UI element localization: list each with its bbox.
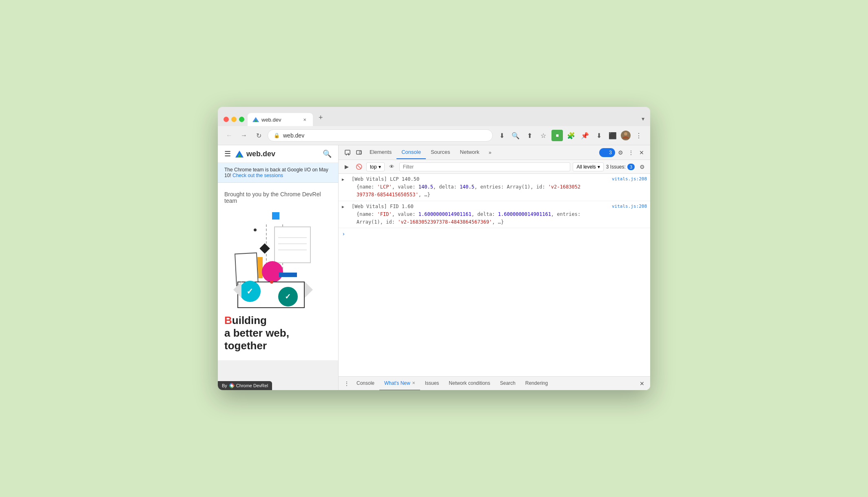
console-tab[interactable]: Console (396, 146, 426, 159)
devtools-tabs: Elements Console Sources Network » 3 ⚙ ⋮… (339, 145, 650, 160)
webpage-body: Brought to you by the Chrome DevRel team (218, 183, 338, 360)
bottom-tabs-menu[interactable]: ⋮ (342, 379, 352, 388)
tab-title: web.dev (261, 117, 299, 123)
log-levels-dropdown[interactable]: All levels ▾ (573, 162, 603, 171)
bottom-tab-issues[interactable]: Issues (420, 377, 444, 390)
svg-point-6 (230, 384, 233, 387)
clear-console-icon[interactable]: 🚫 (354, 162, 364, 172)
svg-point-2 (624, 132, 627, 135)
svg-rect-7 (345, 150, 350, 154)
bottom-tab-console[interactable]: Console (352, 377, 379, 390)
brought-by-text: Brought to you by the Chrome DevRel team (224, 191, 332, 204)
bottom-tab-whats-new[interactable]: What's New ✕ (379, 377, 420, 390)
frame-selector[interactable]: top ▾ (366, 162, 385, 171)
lcp-prefix: [Web Vitals] LCP 140.50 (352, 176, 419, 182)
devtools-more-icon[interactable]: ⋮ (626, 147, 636, 158)
fid-prefix: [Web Vitals] FID 1.60 (352, 204, 414, 209)
console-cursor[interactable]: › (339, 228, 650, 240)
run-icon[interactable]: ▶ (342, 162, 352, 172)
whats-new-close-icon[interactable]: ✕ (412, 381, 415, 385)
inspect-element-icon[interactable] (342, 147, 353, 158)
chevron-down-icon: ▾ (379, 164, 381, 170)
console-entry-fid: ▶ vitals.js:208 [Web Vitals] FID 1.60 {n… (339, 201, 650, 229)
hamburger-menu[interactable]: ☰ (224, 149, 231, 158)
file-ref-1[interactable]: vitals.js:208 (612, 175, 647, 183)
levels-label: All levels (576, 164, 596, 170)
tab-dropdown-button[interactable]: ▾ (642, 115, 644, 126)
back-button[interactable]: ← (224, 130, 235, 141)
red-dot (270, 280, 273, 284)
issues-counter[interactable]: 3 Issues: 3 (606, 164, 635, 170)
expand-arrow-2[interactable]: ▶ (342, 204, 344, 210)
prompt-icon: › (342, 231, 345, 237)
minimize-button[interactable] (231, 117, 237, 122)
title-bar: web.dev ✕ + ▾ (218, 107, 650, 126)
elements-tab[interactable]: Elements (365, 146, 396, 159)
issues-badge[interactable]: 3 (599, 148, 615, 157)
device-toolbar-icon[interactable] (353, 147, 365, 158)
extensions-icon[interactable]: 🧩 (565, 130, 577, 141)
badge-count: 3 (609, 150, 612, 155)
new-tab-button[interactable]: + (314, 111, 327, 126)
lock-icon: 🔒 (274, 133, 280, 138)
grid-box (274, 226, 311, 263)
network-tab[interactable]: Network (455, 146, 485, 159)
more-tabs-icon[interactable]: » (484, 147, 496, 158)
share-icon[interactable]: ⬆ (524, 130, 535, 141)
bottom-panel-close[interactable]: ✕ (637, 379, 647, 388)
download-page-icon[interactable]: ⬇ (496, 130, 507, 141)
frame-label: top (370, 164, 377, 170)
blue-square (272, 212, 279, 220)
webpage-header: ☰ web.dev 🔍 (218, 145, 338, 163)
more-options-icon[interactable]: ⋮ (633, 130, 644, 141)
tab-bar: web.dev ✕ + ▾ (248, 111, 644, 126)
announcement-bar: The Chrome team is back at Google I/O on… (218, 163, 338, 183)
browser-window: web.dev ✕ + ▾ ← → ↻ 🔒 web.dev ⬇ 🔍 ⬆ ☆ ■ … (218, 107, 650, 390)
issues-count-badge: 3 (627, 164, 635, 170)
bottom-tab-rendering[interactable]: Rendering (520, 377, 553, 390)
toggle-theme-icon[interactable]: ⬛ (607, 130, 618, 141)
download-icon[interactable]: ⬇ (593, 130, 604, 141)
announcement-link[interactable]: Check out the sessions (232, 173, 283, 178)
lcp-detail: {name: 'LCP', value: 140.5, delta: 140.5… (352, 184, 580, 197)
bookmark-icon[interactable]: ☆ (538, 130, 549, 141)
devtools-close-icon[interactable]: ✕ (636, 147, 647, 158)
svg-rect-11 (359, 151, 361, 154)
forward-button[interactable]: → (238, 130, 250, 141)
devtools-bottom-tabs: ⋮ Console What's New ✕ Issues Network co… (339, 376, 650, 390)
fid-detail: {name: 'FID', value: 1.6000000014901161,… (352, 211, 580, 225)
traffic-lights (224, 117, 244, 126)
chat-icon (602, 150, 607, 155)
filter-input[interactable] (399, 162, 571, 171)
close-button[interactable] (224, 117, 229, 122)
sources-tab[interactable]: Sources (426, 146, 455, 159)
console-settings-icon[interactable]: ⚙ (637, 162, 647, 172)
reload-button[interactable]: ↻ (253, 130, 264, 141)
tab-favicon (252, 116, 259, 123)
address-bar[interactable]: 🔒 web.dev (268, 129, 493, 142)
blue-bar (279, 273, 297, 277)
status-bar-text: Chrome DevRel (236, 383, 268, 388)
active-tab[interactable]: web.dev ✕ (248, 113, 313, 126)
status-bar: By Chrome DevRel (218, 381, 272, 390)
expand-arrow-1[interactable]: ▶ (342, 176, 344, 183)
maximize-button[interactable] (239, 117, 244, 122)
devtools-settings-icon[interactable]: ⚙ (615, 147, 626, 158)
bottom-tab-search[interactable]: Search (495, 377, 520, 390)
eye-icon[interactable]: 👁 (387, 162, 397, 172)
bottom-tab-network-conditions[interactable]: Network conditions (444, 377, 495, 390)
extension-icon[interactable]: ■ (551, 130, 563, 141)
site-logo: web.dev (235, 149, 275, 158)
toolbar: ← → ↻ 🔒 web.dev ⬇ 🔍 ⬆ ☆ ■ 🧩 📌 ⬇ ⬛ ⋮ (218, 126, 650, 145)
webpage: ☰ web.dev 🔍 The Chrome team is back at G… (218, 145, 338, 360)
tab-close-button[interactable]: ✕ (301, 116, 308, 123)
search-icon[interactable]: 🔍 (510, 130, 521, 141)
search-button[interactable]: 🔍 (323, 149, 332, 158)
file-ref-2[interactable]: vitals.js:208 (612, 203, 647, 210)
console-toolbar: ▶ 🚫 top ▾ 👁 All levels ▾ 3 Issues: 3 ⚙ (339, 160, 650, 174)
main-content: ☰ web.dev 🔍 The Chrome team is back at G… (218, 145, 650, 390)
webpage-panel: ☰ web.dev 🔍 The Chrome team is back at G… (218, 145, 338, 390)
pin-icon[interactable]: 📌 (579, 130, 591, 141)
pink-circle (262, 261, 283, 282)
profile-avatar[interactable] (621, 131, 631, 140)
